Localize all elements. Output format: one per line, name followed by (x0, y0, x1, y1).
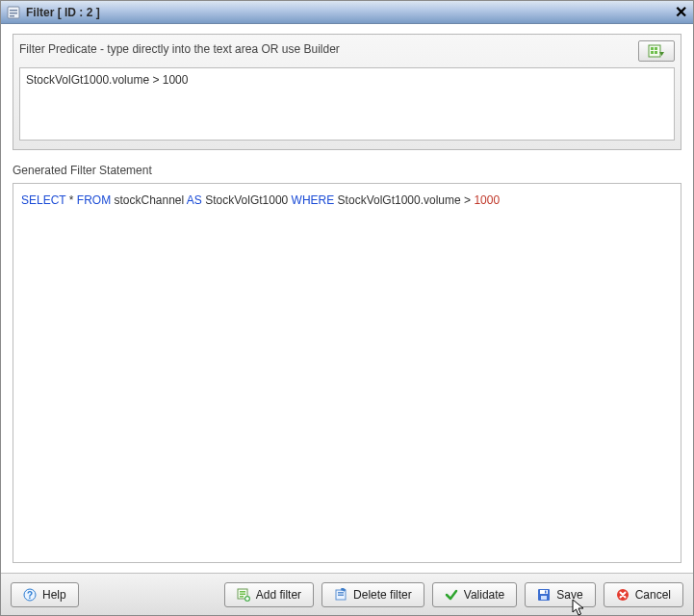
delete-filter-label: Delete filter (353, 588, 412, 602)
help-button[interactable]: ? Help (11, 582, 79, 607)
predicate-section: Filter Predicate - type directly into th… (13, 34, 681, 150)
help-label: Help (42, 588, 66, 602)
add-filter-icon (237, 588, 250, 602)
delete-filter-button[interactable]: Delete filter (321, 582, 424, 607)
svg-rect-5 (651, 47, 654, 50)
sql-cond-val: 1000 (474, 193, 500, 207)
save-icon (537, 588, 551, 602)
predicate-header: Filter Predicate - type directly into th… (19, 40, 675, 62)
svg-rect-19 (338, 592, 344, 594)
svg-rect-24 (545, 590, 547, 593)
help-icon: ? (23, 588, 37, 602)
generated-sql: SELECT * FROM stockChannel AS StockVolGt… (21, 193, 673, 207)
sql-select-kw: SELECT (21, 193, 65, 207)
svg-rect-3 (10, 15, 14, 16)
predicate-input[interactable] (19, 67, 675, 141)
sql-table: stockChannel (111, 193, 187, 207)
predicate-label: Filter Predicate - type directly into th… (19, 42, 340, 56)
validate-button[interactable]: Validate (432, 582, 517, 607)
generated-label: Generated Filter Statement (13, 164, 681, 177)
svg-rect-22 (540, 590, 548, 594)
add-filter-button[interactable]: Add filter (224, 582, 314, 607)
svg-rect-12 (240, 591, 245, 593)
check-icon (445, 588, 458, 602)
sql-star: * (65, 193, 76, 207)
cancel-icon (616, 588, 630, 602)
cancel-button[interactable]: Cancel (604, 582, 683, 607)
svg-rect-17 (245, 598, 249, 600)
sql-as-kw: AS (187, 193, 202, 207)
svg-rect-14 (240, 596, 244, 598)
generated-statement-box: SELECT * FROM stockChannel AS StockVolGt… (13, 183, 681, 563)
filter-dialog: Filter [ ID : 2 ] ✕ Filter Predicate - t… (0, 0, 694, 616)
validate-label: Validate (464, 588, 504, 602)
builder-button[interactable] (638, 40, 675, 62)
svg-rect-1 (10, 10, 17, 11)
svg-rect-6 (655, 47, 657, 50)
window-title: Filter [ ID : 2 ] (26, 6, 675, 19)
svg-text:?: ? (27, 589, 33, 600)
close-button[interactable]: ✕ (675, 3, 687, 21)
cancel-label: Cancel (635, 588, 671, 602)
sql-alias: StockVolGt1000 (202, 193, 292, 207)
svg-rect-7 (651, 51, 654, 54)
sql-where-kw: WHERE (292, 193, 335, 207)
save-label: Save (556, 588, 582, 602)
builder-icon (648, 44, 665, 58)
svg-rect-13 (240, 593, 245, 595)
svg-rect-23 (541, 596, 547, 600)
sql-cond-col: StockVolGt1000.volume > (334, 193, 474, 207)
window-icon (7, 6, 20, 19)
sql-from-kw: FROM (77, 193, 111, 207)
dialog-content: Filter Predicate - type directly into th… (1, 24, 693, 573)
svg-rect-20 (338, 594, 344, 596)
delete-filter-icon (334, 588, 347, 602)
save-button[interactable]: Save (525, 582, 595, 607)
dialog-footer: ? Help Add filter Delet (1, 573, 693, 615)
svg-rect-2 (10, 13, 17, 13)
add-filter-label: Add filter (256, 588, 301, 602)
svg-rect-8 (655, 51, 657, 54)
titlebar: Filter [ ID : 2 ] ✕ (1, 1, 693, 24)
